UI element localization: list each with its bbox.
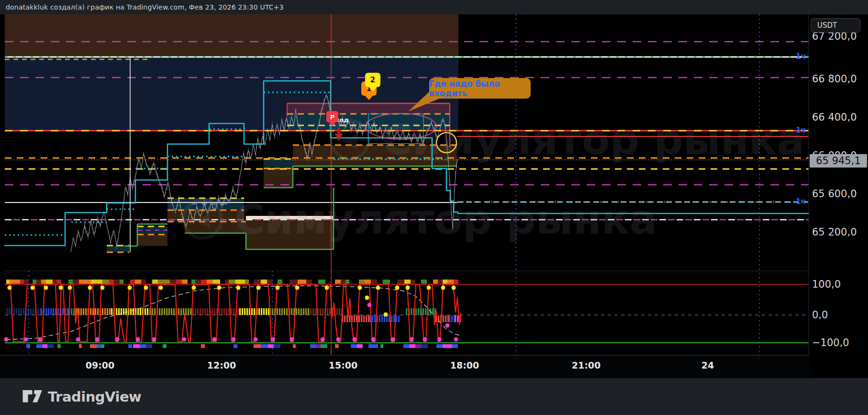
timeframe-line-badge: 1ч [789,126,806,135]
watermark: ◀ Симулятор рынка [329,116,805,164]
time-axis-label: 18:00 [443,360,486,370]
time-axis-label: 15:00 [322,360,365,370]
pin-label: P [330,113,335,121]
share-header: donatakkluk создал(а) график на TradingV… [0,0,868,14]
price-axis-label: 65 200,0 [812,225,866,239]
timeframe-line-badge: 1ч [789,52,806,61]
tradingview-logo-icon[interactable] [21,390,43,404]
price-axis-label: 66 400,0 [812,111,866,124]
timeframe-line-badge: 1ч [789,197,806,206]
watermark-text: Симулятор рынка [382,116,805,164]
price-axis[interactable]: 67 200,066 800,066 400,066 000,065 600,0… [809,14,868,355]
watermark-tile: ◀ Симулятор рынка [182,195,657,243]
currency-toggle-button[interactable]: USDT [811,18,860,33]
replay-watermark-icon-2: ◀ [182,199,223,240]
callout-text: Где надо было входить [429,79,531,98]
price-axis-label: 66 800,0 [812,72,866,86]
position-pin[interactable]: P [326,111,338,123]
time-axis-label: 12:00 [200,360,243,370]
oscillator-axis-label: −100,0 [812,336,866,349]
time-axis-label: 24 [686,360,729,370]
last-price-value: 65 945,1 [816,155,861,167]
watermark-text-2: Симулятор рынка [234,195,657,243]
price-flag-2[interactable]: 2 [365,73,380,87]
flag-2-label: 2 [370,76,375,84]
oscillator-axis-label: 0,0 [812,308,866,322]
chart-attribution-text: donatakkluk создал(а) график на TradingV… [6,3,284,11]
currency-label: USDT [817,21,837,30]
time-axis-label: 09:00 [78,360,122,370]
tradingview-wordmark[interactable]: TradingView [48,389,141,405]
last-price-badge: 65 945,1 [810,154,867,168]
footer-bar: TradingView [0,378,868,415]
entry-callout[interactable]: Где надо было входить [429,78,531,99]
price-axis-label: 65 600,0 [812,187,866,201]
oscillator-axis-label: 100,0 [812,278,866,291]
tradingview-screenshot: donatakkluk создал(а) график на TradingV… [0,0,868,415]
time-axis-label: 21:00 [565,360,608,370]
